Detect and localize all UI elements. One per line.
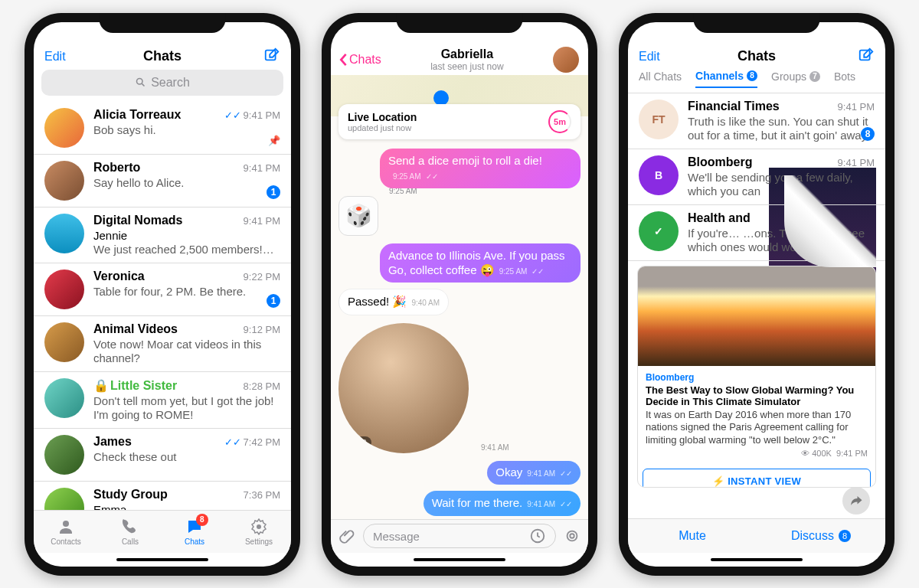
tab-label: Calls: [122, 537, 139, 546]
chat-name: Animal Videos: [93, 322, 178, 336]
tab-label: Settings: [245, 537, 273, 546]
chat-row[interactable]: Animal Videos9:12 PMVote now! Moar cat v…: [34, 316, 291, 372]
avatar: [44, 270, 84, 309]
unread-badge: 1: [267, 294, 280, 308]
unread-badge: 1: [267, 185, 280, 199]
map-pin-icon: [433, 90, 449, 106]
compose-button[interactable]: [242, 47, 280, 67]
chat-preview: Say hello to Alice.: [93, 176, 280, 190]
contact-name[interactable]: Gabriella: [381, 47, 553, 61]
svg-point-2: [63, 521, 69, 527]
message-time: 9:41 AM: [481, 443, 509, 452]
mic-icon[interactable]: [564, 528, 581, 544]
chat-name: Study Group: [93, 488, 168, 501]
channel-row[interactable]: FTFinancial Times9:41 PMTruth is like th…: [628, 93, 885, 149]
navbar: Edit Chats: [628, 42, 885, 70]
back-button[interactable]: Chats: [338, 53, 381, 67]
chat-row[interactable]: Roberto9:41 PMSay hello to Alice.1: [34, 155, 291, 207]
chat-time: 7:36 PM: [244, 489, 280, 501]
article-headline: The Best Way to Slow Global Warming? You…: [646, 384, 868, 407]
chat-row[interactable]: Digital Nomads9:41 PMJennieWe just reach…: [34, 207, 291, 263]
dice-emoji[interactable]: 🎲: [338, 196, 378, 236]
instant-view-button[interactable]: ⚡ INSTANT VIEW: [643, 469, 871, 488]
chat-row[interactable]: Veronica9:22 PMTable for four, 2 PM. Be …: [34, 263, 291, 316]
message-placeholder: Message: [373, 530, 420, 543]
tab-settings[interactable]: Settings: [227, 511, 291, 553]
channel-row[interactable]: ✓Health andIf you're… …ons. This …s you …: [628, 205, 885, 261]
channel-name: Financial Times: [688, 100, 780, 113]
mute-button[interactable]: Mute: [628, 519, 757, 553]
avatar: ✓: [639, 211, 679, 251]
channel-time: 9:41 PM: [838, 101, 875, 113]
avatar: [44, 378, 84, 418]
channel-name: Health and: [688, 211, 751, 225]
chat-preview: Emma: [93, 503, 280, 510]
message-input-bar: Message: [331, 519, 588, 553]
article-desc: It was on Earth Day 2016 when more than …: [646, 409, 868, 448]
message-out[interactable]: Advance to Illinois Ave. If you pass Go,…: [380, 243, 581, 283]
lock-icon: 🔒: [93, 379, 109, 392]
page-title: Chats: [143, 48, 182, 64]
live-location-title: Live Location: [348, 111, 417, 123]
share-button[interactable]: [842, 487, 870, 514]
avatar: [44, 322, 84, 362]
compose-button[interactable]: [836, 47, 875, 67]
article-card[interactable]: Bloomberg The Best Way to Slow Global Wa…: [637, 266, 876, 488]
message-out[interactable]: Send a dice emoji to roll a die!9:25 AM✓…: [380, 149, 581, 188]
chat-row[interactable]: Study Group7:36 PMEmma: [34, 482, 291, 510]
conversation-header: Chats Gabriella last seen just now: [331, 42, 588, 75]
channel-row[interactable]: BBloomberg9:41 PMWe'll be sending you a …: [628, 149, 885, 205]
folder-tab-all[interactable]: All Chats: [639, 70, 682, 88]
message-out[interactable]: Okay9:41 AM✓✓: [487, 461, 581, 485]
chat-name: Roberto: [93, 161, 140, 175]
navbar: Edit Chats: [34, 42, 291, 70]
edit-button[interactable]: Edit: [44, 50, 83, 64]
read-icon: ✓✓: [224, 109, 241, 121]
article-image: [638, 266, 875, 366]
message-input[interactable]: Message: [363, 524, 556, 548]
tabbar: Contacts Calls 8 Chats Settings: [34, 510, 291, 553]
tab-chats[interactable]: 8 Chats: [162, 511, 227, 553]
folder-tab-groups[interactable]: Groups7: [771, 70, 820, 88]
avatar: [44, 435, 84, 475]
article-views: 👁 400K 9:41 PM: [801, 449, 868, 458]
video-message[interactable]: 0:23: [338, 323, 469, 453]
edit-button[interactable]: Edit: [639, 50, 677, 64]
chat-time: ✓✓9:41 PM: [224, 109, 280, 121]
channel-preview: Truth is like the sun. You can shut it o…: [688, 115, 875, 142]
folder-tab-bots[interactable]: Bots: [834, 70, 855, 88]
attach-icon[interactable]: [338, 528, 355, 544]
chat-row[interactable]: James✓✓7:42 PMCheck these out: [34, 429, 291, 482]
chat-name: Alicia Torreaux: [93, 108, 181, 122]
tab-label: Contacts: [51, 537, 80, 546]
video-duration: 0:23: [345, 436, 371, 449]
read-icon: ✓✓: [224, 436, 241, 448]
chat-list: Alicia Torreaux✓✓9:41 PMBob says hi.📌Rob…: [34, 102, 291, 510]
chat-row[interactable]: Alicia Torreaux✓✓9:41 PMBob says hi.📌: [34, 102, 291, 155]
chat-preview: Check these out: [93, 450, 280, 464]
search-input[interactable]: Search: [41, 70, 283, 96]
chat-row[interactable]: 🔒Little Sister8:28 PMDon't tell mom yet,…: [34, 372, 291, 429]
live-location-timer: 5m: [548, 110, 571, 133]
chat-preview: Table for four, 2 PM. Be there.: [93, 285, 280, 299]
tab-badge: 8: [196, 514, 208, 526]
chat-time: 8:28 PM: [244, 381, 280, 392]
chat-preview: Vote now! Moar cat videos in this channe…: [93, 338, 280, 365]
sticker-icon[interactable]: [529, 528, 546, 544]
avatar: [44, 161, 84, 201]
folder-tabs: All Chats Channels8 Groups7 Bots: [628, 70, 885, 93]
chat-name: Digital Nomads: [93, 214, 182, 227]
chat-time: ✓✓7:42 PM: [224, 436, 280, 448]
avatar[interactable]: [553, 47, 579, 73]
live-location-card[interactable]: Live Location updated just now 5m: [338, 104, 581, 139]
channel-list: FTFinancial Times9:41 PMTruth is like th…: [628, 93, 885, 261]
channel-bottom-bar: Mute Discuss8: [628, 518, 885, 553]
folder-tab-channels[interactable]: Channels8: [695, 70, 757, 88]
search-icon: [135, 77, 146, 88]
message-out[interactable]: Wait for me there.9:41 AM✓✓: [424, 491, 581, 516]
tab-calls[interactable]: Calls: [98, 511, 162, 553]
tab-contacts[interactable]: Contacts: [34, 511, 98, 553]
discuss-button[interactable]: Discuss8: [757, 519, 885, 553]
message-in[interactable]: Passed! 🎉9:40 AM: [338, 289, 449, 315]
chat-preview: Bob says hi.: [93, 123, 280, 137]
